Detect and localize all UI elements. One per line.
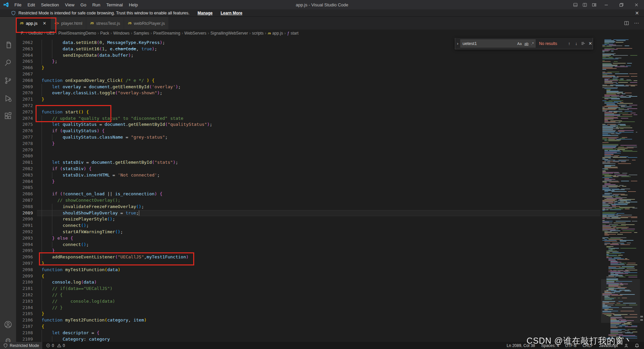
- activity-bar: ⚙: [0, 17, 16, 342]
- title-bar: FileEditSelectionViewGoRunTerminalHelp a…: [0, 0, 644, 9]
- watermark: CSDN @谁在敲打我的窗丶: [527, 335, 633, 346]
- tab-stressTest.js[interactable]: JSstressTest.js: [86, 17, 124, 30]
- line-number: 2076: [16, 128, 33, 134]
- customize-layout-icon[interactable]: [589, 0, 599, 9]
- js-file-icon: JS: [128, 21, 131, 25]
- line-number: 2067: [16, 71, 33, 78]
- shield-icon: [11, 11, 16, 15]
- line-number: 2088: [16, 204, 33, 210]
- line-number: 2062: [16, 40, 33, 46]
- regex-icon[interactable]: .*: [531, 41, 534, 46]
- menu-go[interactable]: Go: [77, 0, 89, 9]
- warning-count: 0: [63, 343, 65, 348]
- breadcrumb-label: PixelStreamingDemo: [58, 31, 96, 36]
- activitybar-explorer[interactable]: [0, 38, 16, 52]
- whole-word-icon[interactable]: ab: [524, 41, 529, 46]
- line-number: 2071: [16, 96, 33, 103]
- code-text: // console.log(data): [42, 298, 115, 305]
- line-number: 2104: [16, 305, 33, 311]
- breadcrumb-item-PixelStreamingDemo[interactable]: PixelStreamingDemo: [58, 31, 96, 36]
- toggle-replace-icon[interactable]: ›: [455, 38, 460, 49]
- find-in-selection-icon[interactable]: [581, 41, 586, 46]
- code-line-2094: 2094 connect();: [16, 242, 644, 248]
- line-number: 2083: [16, 172, 33, 179]
- overview-ruler-mark: [640, 316, 643, 317]
- code-text: function onExpandOverlay_Click( /* e */ …: [42, 78, 155, 84]
- breadcrumb-item-Pack[interactable]: Pack: [100, 31, 109, 36]
- breadcrumb-label: Samples: [133, 31, 149, 36]
- activitybar-source-control[interactable]: [0, 73, 16, 88]
- code-text: invalidateFreezeFrameOverlay();: [42, 204, 144, 210]
- code-line-2079: 2079: [16, 147, 644, 153]
- menu-edit[interactable]: Edit: [24, 0, 38, 9]
- code-text: } else {: [42, 235, 73, 242]
- breadcrumb-item-Samples[interactable]: Samples: [133, 31, 149, 36]
- more-actions-icon[interactable]: ⋯: [634, 20, 639, 26]
- code-line-2103: 2103 // console.log(data): [16, 298, 644, 305]
- toggle-secondary-sidebar-icon[interactable]: [580, 0, 589, 9]
- line-number: 2078: [16, 141, 33, 147]
- close-find-icon[interactable]: ✕: [588, 41, 593, 46]
- menu-selection[interactable]: Selection: [38, 0, 62, 9]
- manage-link[interactable]: Manage: [198, 11, 213, 15]
- js-file-icon: JS: [90, 21, 94, 25]
- minimap[interactable]: [601, 37, 640, 342]
- code-text: }: [42, 96, 44, 103]
- menu-terminal[interactable]: Terminal: [103, 0, 126, 9]
- breadcrumb-item-PixelStreaming[interactable]: PixelStreaming: [153, 31, 180, 36]
- code-line-2101: 2101 // if(data=="UECallJS"): [16, 286, 644, 292]
- code-line-2069: 2069 let overlay = document.getElementBy…: [16, 84, 644, 90]
- breadcrumb-label: Windows: [113, 31, 129, 36]
- learn-more-link[interactable]: Learn More: [221, 11, 243, 15]
- activitybar-run-debug[interactable]: [0, 91, 16, 106]
- restricted-mode-banner: Restricted Mode is intended for safe cod…: [0, 9, 644, 17]
- breadcrumb-item-scripts[interactable]: scripts: [252, 31, 264, 36]
- restricted-mode-status[interactable]: Restricted Mode: [0, 342, 42, 349]
- match-case-icon[interactable]: Aa: [517, 41, 522, 46]
- breadcrumb-item-WebServers[interactable]: WebServers: [184, 31, 207, 36]
- toggle-panel-icon[interactable]: [571, 0, 580, 9]
- breadcrumb-item-appjs[interactable]: JSapp.js: [268, 31, 283, 36]
- code-line-2098: 2098function myTest1Function(data): [16, 267, 644, 273]
- menu-help[interactable]: Help: [126, 0, 141, 9]
- breadcrumb-item-start[interactable]: ƒstart: [287, 31, 299, 36]
- window-minimize-icon[interactable]: [599, 0, 614, 9]
- activitybar-extensions[interactable]: [0, 109, 16, 123]
- code-editor[interactable]: 2062 data.setUint8(0, MessageType.KeyPre…: [16, 37, 644, 342]
- code-text: let statsDiv = document.getElementById("…: [42, 159, 178, 166]
- code-text: function myTest1Function(data): [42, 267, 120, 273]
- line-number: 2085: [16, 185, 33, 191]
- code-line-2092: 2092 startAfkWarningTimer();: [16, 229, 644, 235]
- next-match-icon[interactable]: ↓: [574, 41, 579, 46]
- code-text: resizePlayerStyle();: [42, 216, 115, 222]
- indent-guide: [42, 185, 42, 191]
- window-close-icon[interactable]: [629, 0, 644, 9]
- window-restore-icon[interactable]: [614, 0, 629, 9]
- activitybar-accounts[interactable]: [0, 317, 16, 332]
- menu-file[interactable]: File: [11, 0, 24, 9]
- code-line-2065: 2065 };: [16, 58, 644, 65]
- problems-status[interactable]: 0 0: [46, 343, 65, 348]
- breadcrumb-item-SignallingWebServer[interactable]: SignallingWebServer: [210, 31, 248, 36]
- code-text: // }: [42, 305, 63, 311]
- code-text: sendInputData(data.buffer);: [42, 52, 133, 59]
- code-line-2091: 2091 connect();: [16, 222, 644, 229]
- status-bell-icon[interactable]: [635, 343, 639, 348]
- banner-close-icon[interactable]: ✕: [633, 10, 641, 16]
- breadcrumb-label: PixelStreaming: [153, 31, 180, 36]
- line-number: 2107: [16, 323, 33, 330]
- line-number: 2105: [16, 311, 33, 317]
- annotation-rect-3: [39, 252, 194, 265]
- menu-run[interactable]: Run: [89, 0, 103, 9]
- breadcrumb-item-Windows[interactable]: Windows: [113, 31, 129, 36]
- tab-webRtcPlayer.js[interactable]: JSwebRtcPlayer.js: [124, 17, 169, 30]
- find-input[interactable]: uetest1 Aa ab .*: [460, 39, 536, 48]
- menu-view[interactable]: View: [62, 0, 77, 9]
- line-number: 2075: [16, 121, 33, 128]
- split-editor-icon[interactable]: [624, 20, 629, 26]
- code-line-2090: 2090 resizePlayerStyle();: [16, 216, 644, 222]
- line-number: 2108: [16, 330, 33, 336]
- prev-match-icon[interactable]: ↑: [567, 41, 572, 46]
- code-line-2102: 2102 // {: [16, 292, 644, 298]
- activitybar-search[interactable]: [0, 55, 16, 70]
